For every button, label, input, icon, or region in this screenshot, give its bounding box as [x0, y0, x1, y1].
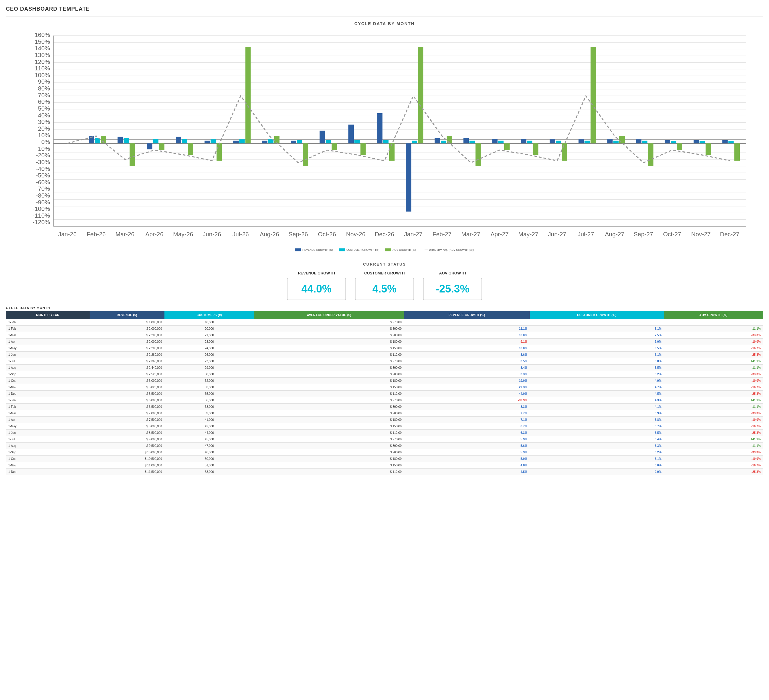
bar [389, 143, 394, 161]
bar [533, 143, 538, 154]
table-cell: 18,500 [164, 319, 254, 326]
table-cell: 4.9% [530, 377, 664, 384]
table-cell: $ 150.00 [254, 384, 404, 390]
table-cell [530, 319, 664, 326]
table-header-row: MONTH / YEAR REVENUE ($) CUSTOMERS (#) A… [6, 311, 763, 319]
svg-text:Jul-27: Jul-27 [578, 231, 594, 238]
table-cell: 1-Nov [6, 462, 90, 468]
table-cell: 3.6% [404, 351, 530, 358]
bar [700, 142, 705, 143]
table-section: CYCLE DATA BY MONTH MONTH / YEAR REVENUE… [6, 306, 763, 475]
table-cell: 1-Dec [6, 390, 90, 397]
svg-text:30%: 30% [38, 119, 50, 125]
table-cell: 1-Dec [6, 468, 90, 475]
data-table: MONTH / YEAR REVENUE ($) CUSTOMERS (#) A… [6, 311, 763, 475]
svg-text:Apr-27: Apr-27 [491, 231, 509, 238]
table-cell: 141.1% [664, 397, 763, 403]
svg-text:Nov-26: Nov-26 [346, 231, 365, 238]
svg-text:-100%: -100% [32, 206, 50, 212]
table-cell: 5.6% [404, 443, 530, 449]
table-cell: $ 180.00 [254, 377, 404, 384]
bar [262, 141, 267, 143]
bar [211, 139, 216, 143]
table-cell: 27,500 [164, 358, 254, 364]
table-cell: 3.3% [404, 371, 530, 377]
table-cell: -16.7% [664, 345, 763, 351]
svg-text:Apr-26: Apr-26 [145, 231, 163, 238]
bar [619, 136, 625, 143]
bar [303, 143, 308, 166]
bar [182, 139, 187, 143]
table-cell: 6.1% [530, 351, 664, 358]
bar [153, 139, 158, 143]
table-cell: $ 2,360,000 [90, 358, 164, 364]
bar [205, 141, 210, 143]
table-cell: $ 112.00 [254, 430, 404, 436]
table-cell: $ 3,000,000 [90, 377, 164, 384]
bar [734, 143, 740, 161]
svg-text:160%: 160% [35, 32, 50, 38]
table-cell: 1-Oct [6, 377, 90, 384]
bar [492, 139, 497, 143]
table-cell: 1-Sep [6, 449, 90, 455]
table-cell: $ 2,440,000 [90, 364, 164, 371]
current-status-section: CURRENT STATUS REVENUE GROWTH 44.0% CUST… [6, 262, 763, 300]
table-cell: 8.1% [530, 325, 664, 332]
svg-text:-70%: -70% [36, 185, 50, 192]
table-cell: 27.3% [404, 384, 530, 390]
bar [648, 143, 653, 166]
svg-text:120%: 120% [35, 58, 50, 65]
table-row: 1-Apr$ 7,500,00041,000$ 180.007.1%3.8%-1… [6, 417, 763, 423]
svg-text:Dec-27: Dec-27 [720, 231, 739, 238]
legend-moving-avg: 2 per. Mov. Avg. (AOV GROWTH (%)) [422, 248, 474, 251]
table-row: 1-Jun$ 2,280,00026,000$ 112.003.6%6.1%-2… [6, 351, 763, 358]
bar [527, 141, 533, 143]
table-cell: -16.7% [664, 423, 763, 430]
bar [504, 143, 510, 150]
table-cell: 4.3% [530, 397, 664, 403]
svg-text:-80%: -80% [36, 192, 50, 199]
table-cell: $ 10,500,000 [90, 455, 164, 462]
table-cell: 5.0% [404, 455, 530, 462]
table-cell: 29,000 [164, 364, 254, 371]
bar [406, 143, 411, 212]
table-cell: 1-Aug [6, 443, 90, 449]
bar [297, 140, 302, 143]
bar [607, 139, 613, 143]
table-cell: -25.3% [664, 430, 763, 436]
bar [418, 47, 423, 143]
table-cell: 5.3% [404, 449, 530, 455]
col-header-rev-growth: REVENUE GROWTH (%) [404, 311, 530, 319]
svg-text:Jan-26: Jan-26 [58, 231, 77, 238]
table-cell: 6.7% [404, 423, 530, 430]
bar [590, 47, 596, 143]
revenue-growth-box: 44.0% [287, 278, 346, 300]
bar [176, 137, 181, 143]
table-cell: -10.0% [664, 417, 763, 423]
table-cell: $ 3,820,000 [90, 384, 164, 390]
table-cell: $ 300.00 [254, 364, 404, 371]
table-row: 1-Sep$ 2,520,00030,500$ 200.003.3%5.2%-3… [6, 371, 763, 377]
table-cell: 5.2% [530, 371, 664, 377]
main-chart: .axis-label { font-size: 9px; fill: #666… [16, 29, 753, 243]
table-cell: 10.0% [404, 332, 530, 338]
svg-text:Jun-27: Jun-27 [548, 231, 566, 238]
table-cell: -25.3% [664, 351, 763, 358]
revenue-growth-label: REVENUE GROWTH [287, 271, 346, 275]
table-cell: 3.8% [530, 417, 664, 423]
table-cell: -33.3% [664, 449, 763, 455]
table-row: 1-Apr$ 2,000,00023,000$ 180.00-9.1%7.0%-… [6, 338, 763, 345]
table-cell: $ 270.00 [254, 358, 404, 364]
table-row: 1-Dec$ 11,500,00053,000$ 112.004.5%2.9%-… [6, 468, 763, 475]
table-row: 1-May$ 2,200,00024,500$ 150.0010.0%6.5%-… [6, 345, 763, 351]
table-cell: $ 6,000,000 [90, 397, 164, 403]
table-cell: 5.8% [530, 358, 664, 364]
table-cell: 7.0% [530, 338, 664, 345]
bar [239, 139, 245, 143]
table-cell: 39,500 [164, 410, 254, 417]
customer-growth-box: 4.5% [355, 278, 414, 300]
svg-text:Aug-26: Aug-26 [260, 231, 279, 238]
table-cell: $ 11,500,000 [90, 468, 164, 475]
table-cell: -10.0% [664, 338, 763, 345]
table-cell: 44.0% [404, 390, 530, 397]
